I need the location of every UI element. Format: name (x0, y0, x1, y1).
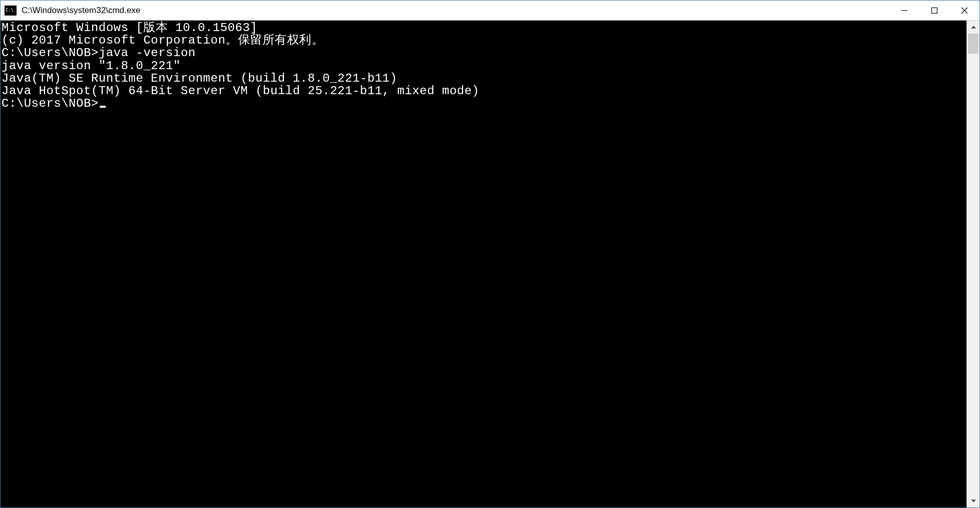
terminal-line: java version "1.8.0_221" (2, 60, 966, 72)
content-wrapper: Microsoft Windows [版本 10.0.15063](c) 201… (1, 21, 979, 507)
terminal-prompt: C:\Users\NOB> (2, 97, 99, 110)
cmd-window: C:\. C:\Windows\system32\cmd.exe (0, 0, 980, 508)
maximize-icon (931, 7, 938, 14)
close-icon (961, 7, 968, 14)
chevron-down-icon (971, 499, 976, 502)
terminal-cursor (100, 106, 106, 108)
window-title: C:\Windows\system32\cmd.exe (22, 6, 889, 16)
terminal-output[interactable]: Microsoft Windows [版本 10.0.15063](c) 201… (1, 21, 966, 507)
close-button[interactable] (949, 1, 979, 20)
terminal-line: Java(TM) SE Runtime Environment (build 1… (2, 72, 966, 85)
titlebar[interactable]: C:\. C:\Windows\system32\cmd.exe (1, 1, 979, 21)
scrollbar-track[interactable] (967, 34, 979, 494)
vertical-scrollbar[interactable] (966, 21, 979, 507)
scrollbar-thumb[interactable] (968, 34, 978, 54)
terminal-line: (c) 2017 Microsoft Corporation。保留所有权利。 (2, 34, 966, 47)
cmd-icon-text: C:\. (6, 8, 17, 13)
scroll-up-button[interactable] (967, 21, 979, 34)
svg-rect-1 (932, 8, 937, 13)
terminal-line: Java HotSpot(TM) 64-Bit Server VM (build… (2, 85, 966, 97)
terminal-line: C:\Users\NOB>java -version (2, 47, 966, 59)
terminal-line: Microsoft Windows [版本 10.0.15063] (2, 22, 966, 34)
terminal-prompt-line: C:\Users\NOB> (2, 97, 966, 110)
window-controls (889, 1, 979, 20)
cmd-icon: C:\. (5, 6, 17, 16)
minimize-button[interactable] (889, 1, 919, 20)
chevron-up-icon (971, 26, 976, 29)
scroll-down-button[interactable] (967, 494, 979, 507)
maximize-button[interactable] (919, 1, 949, 20)
minimize-icon (901, 7, 908, 14)
